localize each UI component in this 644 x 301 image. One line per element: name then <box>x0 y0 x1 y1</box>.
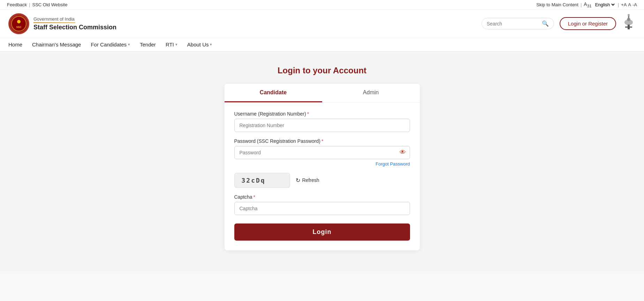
captcha-image: 32cDq <box>234 173 290 188</box>
logo-line <box>33 22 75 23</box>
search-input[interactable] <box>487 21 539 27</box>
nav-for-candidates[interactable]: For Candidates ▾ <box>91 42 130 47</box>
font-size-icon: A31 <box>584 1 591 8</box>
forgot-password-link[interactable]: Forgot Password <box>376 161 410 167</box>
search-box: 🔍 <box>482 18 554 29</box>
tab-candidate[interactable]: Candidate <box>225 84 322 102</box>
password-toggle-button[interactable]: 👁 <box>400 149 406 156</box>
font-size-buttons: +A A -A <box>621 2 637 7</box>
svg-rect-4 <box>625 27 632 28</box>
password-label: Password (SSC Registration Password)* <box>234 138 410 144</box>
feedback-link[interactable]: Feedback <box>7 2 27 7</box>
about-us-dropdown-arrow: ▾ <box>210 42 212 47</box>
font-decrease-button[interactable]: -A <box>632 2 637 7</box>
topbar: Feedback | SSC Old Website Skip to Main … <box>0 0 644 10</box>
login-form: Username (Registration Number)* Password… <box>225 103 420 250</box>
nav-chairmans-message[interactable]: Chairman's Message <box>32 42 81 47</box>
topbar-left: Feedback | SSC Old Website <box>7 2 67 7</box>
nav-rti[interactable]: RTI ▾ <box>166 42 177 47</box>
language-select[interactable]: English Hindi <box>594 2 616 8</box>
gov-label: Government of India <box>33 16 116 22</box>
nav-about-us[interactable]: About Us ▾ <box>187 42 212 47</box>
svg-point-8 <box>628 14 630 16</box>
captcha-input[interactable] <box>234 202 410 215</box>
login-container: Login to your Account Candidate Admin Us… <box>225 66 420 250</box>
password-input[interactable] <box>234 146 410 159</box>
ashoka-emblem <box>622 14 636 33</box>
rti-dropdown-arrow: ▾ <box>175 42 177 47</box>
emblem-svg: SSC <box>11 16 26 31</box>
header: SSC Government of India Staff Selection … <box>0 10 644 38</box>
login-button[interactable]: Login <box>234 223 410 241</box>
tab-admin[interactable]: Admin <box>322 84 420 102</box>
captcha-display-row: 32cDq ↻ Refresh <box>234 173 410 188</box>
password-group: Password (SSC Registration Password)* 👁 … <box>234 138 410 167</box>
username-group: Username (Registration Number)* <box>234 111 410 132</box>
logo-text: Government of India Staff Selection Comm… <box>33 16 116 31</box>
password-required: * <box>321 138 323 144</box>
logo-area: SSC Government of India Staff Selection … <box>8 13 116 34</box>
password-wrapper: 👁 <box>234 146 410 159</box>
nav-home[interactable]: Home <box>8 42 22 47</box>
skip-label: Skip to Main Content <box>536 2 578 7</box>
svg-point-1 <box>17 20 21 23</box>
login-card: Candidate Admin Username (Registration N… <box>225 84 420 250</box>
captcha-required: * <box>253 194 255 200</box>
font-normal-button[interactable]: A <box>628 2 631 7</box>
svg-text:SSC: SSC <box>16 26 21 28</box>
old-website-link[interactable]: SSC Old Website <box>32 2 67 7</box>
svg-rect-7 <box>628 15 629 20</box>
login-page-title: Login to your Account <box>225 66 420 75</box>
separator2: | <box>581 2 582 7</box>
separator: | <box>29 2 30 7</box>
refresh-icon: ↻ <box>296 177 300 184</box>
org-label: Staff Selection Commission <box>33 24 116 31</box>
logo-emblem: SSC <box>8 13 29 34</box>
forgot-link-row: Forgot Password <box>234 161 410 167</box>
main-content: Login to your Account Candidate Admin Us… <box>0 52 644 271</box>
svg-point-0 <box>12 16 26 31</box>
font-increase-button[interactable]: +A <box>621 2 627 7</box>
search-icon: 🔍 <box>542 20 549 27</box>
username-input[interactable] <box>234 119 410 132</box>
ashoka-svg <box>622 14 636 31</box>
login-tabs: Candidate Admin <box>225 84 420 103</box>
login-register-button[interactable]: Login or Register <box>560 17 616 30</box>
username-label: Username (Registration Number)* <box>234 111 410 117</box>
navbar: Home Chairman's Message For Candidates ▾… <box>0 38 644 52</box>
topbar-right: Skip to Main Content | A31 English Hindi… <box>536 1 637 8</box>
username-required: * <box>307 111 309 117</box>
refresh-captcha-button[interactable]: ↻ Refresh <box>296 177 319 184</box>
captcha-input-group: Captcha* <box>234 194 410 215</box>
nav-tender[interactable]: Tender <box>140 42 156 47</box>
header-right: 🔍 Login or Register <box>482 14 636 33</box>
separator3: | <box>618 2 619 7</box>
for-candidates-dropdown-arrow: ▾ <box>128 42 130 47</box>
captcha-label: Captcha* <box>234 194 410 200</box>
